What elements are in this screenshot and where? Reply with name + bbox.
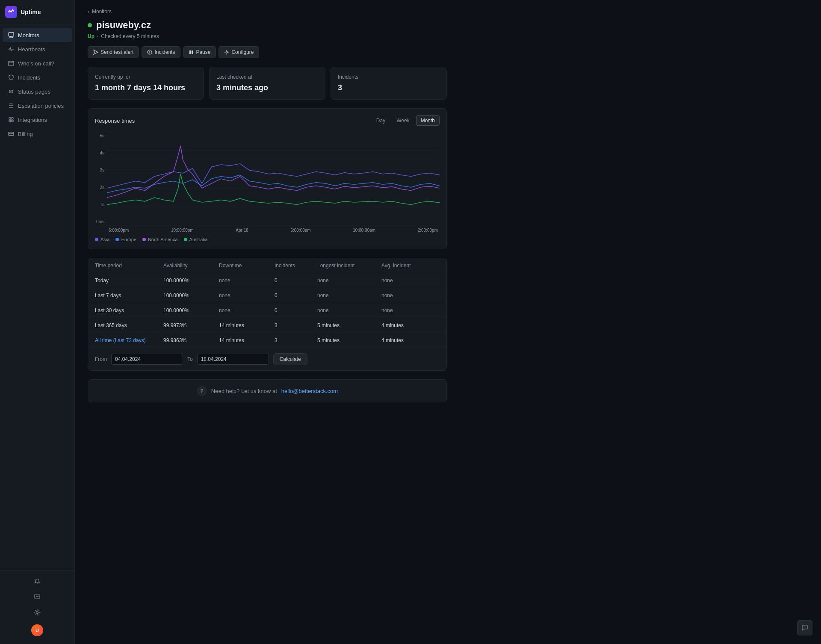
- pause-label: Pause: [196, 49, 210, 55]
- settings-button[interactable]: [0, 605, 74, 620]
- legend-north-america: North America: [142, 237, 178, 242]
- svg-rect-14: [9, 120, 11, 122]
- sidebar-item-monitors[interactable]: Monitors: [3, 28, 72, 42]
- table-row: Last 7 days 100.0000% none 0 none none: [88, 288, 446, 303]
- col-incidents: Incidents: [275, 263, 317, 269]
- x-label-2: 10:00:00pm: [171, 228, 194, 233]
- period-day-button[interactable]: Day: [372, 115, 390, 126]
- row-30d-period: Last 30 days: [95, 307, 163, 313]
- page-subtitle: Up · Checked every 5 minutes: [88, 33, 447, 39]
- y-label-5s: 5s: [95, 133, 104, 138]
- sidebar: Uptime Monitors Heartbeats Who's on-call…: [0, 0, 75, 644]
- heartbeat-icon: [8, 46, 15, 53]
- configure-button[interactable]: Configure: [219, 46, 259, 58]
- monitor-status: Up: [88, 33, 95, 39]
- legend-asia-dot: [95, 238, 98, 241]
- incidents-value: 3: [338, 83, 440, 92]
- sidebar-item-label-billing: Billing: [18, 131, 33, 137]
- sidebar-item-incidents[interactable]: Incidents: [3, 71, 72, 84]
- svg-rect-26: [192, 50, 193, 54]
- period-week-button[interactable]: Week: [392, 115, 414, 126]
- table-row: Last 365 days 99.9973% 14 minutes 3 5 mi…: [88, 318, 446, 333]
- to-label: To: [187, 356, 193, 362]
- user-avatar: U: [31, 624, 43, 636]
- from-date-input[interactable]: [111, 354, 183, 365]
- svg-rect-15: [12, 120, 13, 122]
- x-label-4: 6:00:00am: [290, 228, 310, 233]
- sidebar-bottom: U: [0, 570, 74, 644]
- row-today-period: Today: [95, 278, 163, 284]
- sidebar-item-label-incidents: Incidents: [18, 74, 40, 81]
- row-7d-incidents: 0: [275, 292, 317, 298]
- list-icon: [8, 102, 15, 109]
- main-content: ‹ Monitors pisuweby.cz Up · Checked ever…: [75, 0, 821, 644]
- row-today-longest: none: [317, 278, 381, 284]
- x-label-1: 6:00:00pm: [109, 228, 129, 233]
- row-today-availability: 100.0000%: [163, 278, 219, 284]
- chart-svg: [107, 132, 440, 226]
- sidebar-nav: Monitors Heartbeats Who's on-call? Incid…: [0, 24, 74, 570]
- row-7d-downtime: none: [219, 292, 275, 298]
- help-email-link[interactable]: hello@betterstack.com: [281, 388, 338, 394]
- sidebar-item-escalation-policies[interactable]: Escalation policies: [3, 99, 72, 112]
- uptime-card: Currently up for 1 month 7 days 14 hours: [88, 67, 204, 100]
- last-checked-value: 3 minutes ago: [216, 83, 318, 92]
- last-checked-card: Last checked at 3 minutes ago: [209, 67, 325, 100]
- y-label-3s: 3s: [95, 168, 104, 172]
- incidents-button[interactable]: Incidents: [142, 46, 180, 58]
- legend-europe: Europe: [115, 237, 136, 242]
- pause-button[interactable]: Pause: [183, 46, 216, 58]
- from-label: From: [95, 356, 107, 362]
- notifications-button[interactable]: [0, 574, 74, 589]
- app-name: Uptime: [21, 9, 41, 15]
- chart-wrapper: 5s 4s 3s 2s 1s 0ms: [95, 132, 440, 233]
- row-365d-period: Last 365 days: [95, 322, 163, 328]
- avatar[interactable]: U: [0, 620, 74, 641]
- chat-button[interactable]: [0, 589, 74, 605]
- help-text: Need help? Let us know at: [211, 388, 277, 394]
- svg-point-27: [226, 51, 227, 53]
- chart-header: Response times Day Week Month: [95, 115, 440, 126]
- chart-x-labels: 6:00:00pm 10:00:00pm Apr 18 6:00:00am 10…: [107, 228, 440, 233]
- broadcast-icon: [8, 88, 15, 95]
- svg-rect-0: [9, 32, 14, 36]
- calendar-icon: [8, 60, 15, 67]
- y-label-2s: 2s: [95, 185, 104, 190]
- chart-title: Response times: [95, 118, 135, 124]
- breadcrumb-parent[interactable]: Monitors: [92, 9, 112, 15]
- sidebar-item-billing[interactable]: Billing: [3, 127, 72, 141]
- row-365d-avg: 4 minutes: [381, 322, 437, 328]
- sidebar-logo: Uptime: [0, 0, 74, 24]
- app-logo-icon: [5, 6, 17, 18]
- y-label-1s: 1s: [95, 202, 104, 207]
- shield-icon: [8, 74, 15, 81]
- help-banner: ? Need help? Let us know at hello@better…: [88, 379, 447, 402]
- sidebar-item-label-heartbeats: Heartbeats: [18, 46, 45, 53]
- sidebar-item-label-status-pages: Status pages: [18, 89, 50, 95]
- y-label-4s: 4s: [95, 151, 104, 155]
- period-buttons: Day Week Month: [372, 115, 440, 126]
- chat-widget[interactable]: [797, 620, 812, 635]
- row-7d-availability: 100.0000%: [163, 292, 219, 298]
- svg-point-8: [10, 91, 12, 92]
- sidebar-item-status-pages[interactable]: Status pages: [3, 85, 72, 98]
- sidebar-item-whos-on-call[interactable]: Who's on-call?: [3, 56, 72, 70]
- send-test-alert-button[interactable]: Send test alert: [88, 46, 139, 58]
- row-7d-longest: none: [317, 292, 381, 298]
- monitor-icon: [8, 32, 15, 38]
- row-30d-incidents: 0: [275, 307, 317, 313]
- uptime-label: Currently up for: [95, 74, 197, 80]
- sidebar-item-integrations[interactable]: Integrations: [3, 113, 72, 127]
- response-times-card: Response times Day Week Month 5s 4s 3s 2…: [88, 108, 447, 249]
- sidebar-item-heartbeats[interactable]: Heartbeats: [3, 42, 72, 56]
- calculate-button[interactable]: Calculate: [273, 353, 307, 365]
- y-axis: 5s 4s 3s 2s 1s 0ms: [95, 132, 107, 233]
- sidebar-item-label-escalation: Escalation policies: [18, 103, 64, 109]
- legend-north-america-dot: [142, 238, 146, 241]
- subtitle-separator: ·: [97, 33, 98, 39]
- to-date-input[interactable]: [197, 354, 269, 365]
- incidents-label: Incidents: [338, 74, 440, 80]
- col-downtime: Downtime: [219, 263, 275, 269]
- configure-label: Configure: [231, 49, 254, 55]
- period-month-button[interactable]: Month: [416, 115, 440, 126]
